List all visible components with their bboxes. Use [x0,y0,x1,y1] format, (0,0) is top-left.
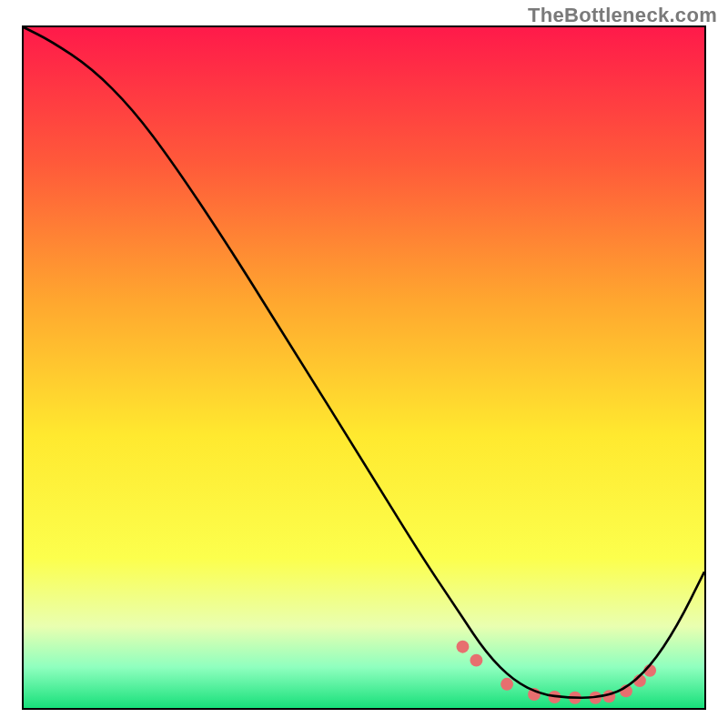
marker-dot [470,654,482,667]
marker-dot [500,678,513,691]
marker-dot [456,641,469,653]
watermark-text: TheBottleneck.com [528,4,717,27]
bottleneck-curve [24,27,704,698]
curve-layer [24,27,704,708]
plot-area [22,25,706,710]
